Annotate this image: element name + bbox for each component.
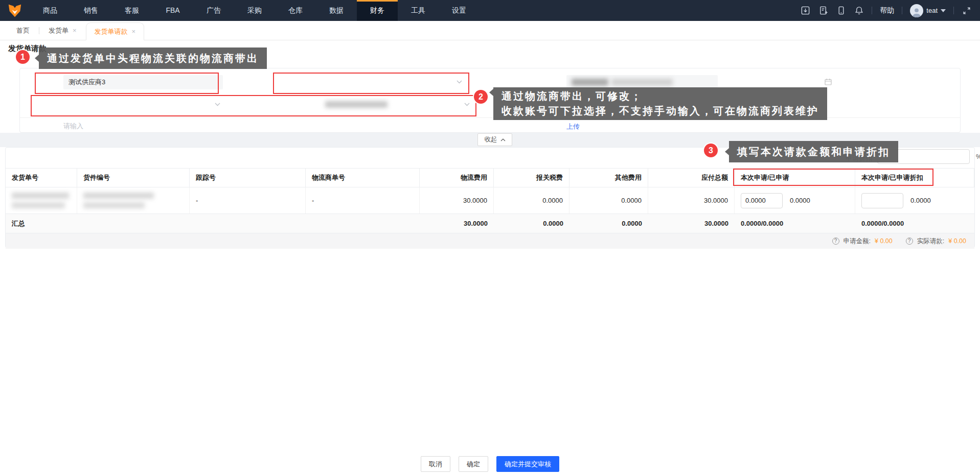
column-header[interactable]: 物流费用 [420, 169, 494, 187]
download-icon[interactable] [800, 6, 810, 16]
tab-bar: 首页 发货单 发货单请款 [0, 21, 980, 40]
redacted-text [83, 193, 154, 199]
settlement-method-select[interactable] [317, 75, 465, 89]
chevron-down-icon [457, 80, 462, 84]
summary-payable-total: 30.0000 [648, 214, 735, 233]
column-header[interactable]: 本次申请/已申请 [735, 169, 855, 187]
nav-item-service[interactable]: 客服 [111, 0, 152, 21]
column-header[interactable]: 发货单号 [6, 169, 77, 187]
customs-fee-cell: 0.0000 [494, 187, 569, 213]
logistics-fee-cell: 30.0000 [420, 187, 494, 213]
chevron-down-icon [941, 9, 946, 12]
nav-item-settings[interactable]: 设置 [439, 0, 480, 21]
avatar [910, 4, 923, 17]
collapse-label: 收起 [485, 135, 497, 144]
apply-amount-value: ¥ 0.00 [875, 237, 893, 245]
table-row: - - 30.0000 0.0000 0.0000 30.0000 0.0000… [6, 187, 974, 214]
chevron-down-icon [464, 103, 470, 106]
apply-amount-label: 申请金额: [844, 237, 871, 246]
percent-suffix: % [976, 153, 980, 160]
table-header-row: 发货单号 货件编号 跟踪号 物流商单号 物流费用 报关税费 其他费用 应付总额 … [6, 168, 974, 187]
logistics-provider-field[interactable]: 测试供应商3 [63, 75, 223, 89]
nav-item-tools[interactable]: 工具 [398, 0, 439, 21]
tracking-no-cell: - [190, 187, 306, 213]
nav-item-products[interactable]: 商品 [30, 0, 71, 21]
help-circle-icon[interactable] [832, 237, 839, 245]
logo-fox-icon[interactable] [0, 0, 30, 21]
redacted-text [325, 101, 388, 108]
tab-shipment[interactable]: 发货单 [39, 21, 86, 40]
summary-discount: 0.0000/0.0000 [855, 214, 974, 233]
summary-other-fee: 0.0000 [569, 214, 648, 233]
tab-shipment-label: 发货单 [49, 21, 69, 40]
nav-item-ads[interactable]: 广告 [193, 0, 234, 21]
nav-right-group: 帮助 teat [800, 0, 980, 21]
mobile-icon[interactable] [836, 6, 846, 16]
top-navbar: 商品 销售 客服 FBA 广告 采购 仓库 数据 财务 工具 设置 [0, 0, 980, 21]
help-circle-icon[interactable] [906, 237, 913, 245]
column-header[interactable]: 本次申请/已申请折扣 [855, 169, 974, 187]
cancel-button[interactable]: 取消 [421, 456, 450, 472]
column-header[interactable]: 货件编号 [77, 169, 190, 187]
logistics-provider-value: 测试供应商3 [69, 78, 105, 87]
column-header[interactable]: 跟踪号 [190, 169, 306, 187]
tab-close-icon[interactable] [132, 28, 136, 35]
table-footer: 申请金额: ¥ 0.00 实际请款: ¥ 0.00 [6, 233, 974, 249]
step-badge-2: 2 [474, 90, 488, 104]
nav-item-fba[interactable]: FBA [152, 0, 193, 21]
nav-item-purchase[interactable]: 采购 [234, 0, 275, 21]
payment-method-select[interactable] [70, 98, 223, 112]
redacted-text [83, 202, 145, 208]
column-header[interactable]: 其他费用 [569, 169, 648, 187]
column-header[interactable]: 物流商单号 [306, 169, 420, 187]
redacted-text [12, 202, 65, 208]
summary-label: 汇总 [6, 214, 77, 233]
remark-input[interactable] [63, 120, 350, 131]
tab-shipment-request[interactable]: 发货单请款 [86, 22, 145, 40]
nav-divider [872, 7, 872, 14]
bell-icon[interactable] [854, 6, 864, 16]
redacted-text [572, 79, 608, 86]
username: teat [926, 7, 938, 14]
apply-discount-cell: 0.0000 [855, 187, 974, 213]
fba-shipment-id-cell [77, 187, 190, 213]
help-link[interactable]: 帮助 [880, 6, 894, 15]
applied-amount-text: 0.0000 [790, 197, 810, 204]
nav-divider [902, 7, 902, 14]
apply-discount-input[interactable] [861, 193, 903, 208]
nav-item-warehouse[interactable]: 仓库 [275, 0, 316, 21]
apply-amount-input[interactable] [741, 193, 783, 208]
other-fee-cell: 0.0000 [569, 187, 648, 213]
tab-home-label: 首页 [16, 21, 30, 40]
tab-home[interactable]: 首页 [7, 21, 39, 40]
tab-close-icon[interactable] [73, 27, 77, 34]
summary-logistics-fee: 30.0000 [420, 214, 494, 233]
nav-item-data[interactable]: 数据 [316, 0, 357, 21]
user-menu[interactable]: teat [910, 4, 946, 17]
tooltip-line: 通过物流商带出，可修改； [502, 89, 819, 104]
confirm-button[interactable]: 确定 [459, 456, 488, 472]
upload-link[interactable]: 上传 [566, 122, 580, 131]
chevron-up-icon [500, 138, 506, 141]
tooltip-step-1: 通过发货单中头程物流关联的物流商带出 [39, 47, 267, 69]
redacted-text [611, 79, 673, 86]
actual-request-value: ¥ 0.00 [948, 237, 966, 245]
redacted-text [12, 193, 69, 199]
fullscreen-icon[interactable] [962, 6, 972, 16]
calendar-icon[interactable] [824, 78, 832, 86]
nav-item-finance[interactable]: 财务 [357, 0, 398, 21]
summary-apply: 0.0000/0.0000 [735, 214, 855, 233]
column-header[interactable]: 报关税费 [494, 169, 569, 187]
collapse-button[interactable]: 收起 [477, 133, 512, 146]
doc-add-icon[interactable] [818, 6, 828, 16]
actual-request-label: 实际请款: [917, 237, 944, 246]
nav-item-sales[interactable]: 销售 [71, 0, 111, 21]
applied-discount-text: 0.0000 [910, 197, 931, 204]
tooltip-step-3: 填写本次请款金额和申请折扣 [729, 141, 898, 162]
column-header[interactable]: 应付总额 [648, 169, 735, 187]
shipment-no-cell [6, 187, 77, 213]
tab-request-label: 发货单请款 [95, 23, 128, 40]
receiving-account-select[interactable] [322, 98, 470, 112]
chevron-down-icon [215, 103, 220, 106]
confirm-submit-button[interactable]: 确定并提交审核 [496, 456, 559, 472]
